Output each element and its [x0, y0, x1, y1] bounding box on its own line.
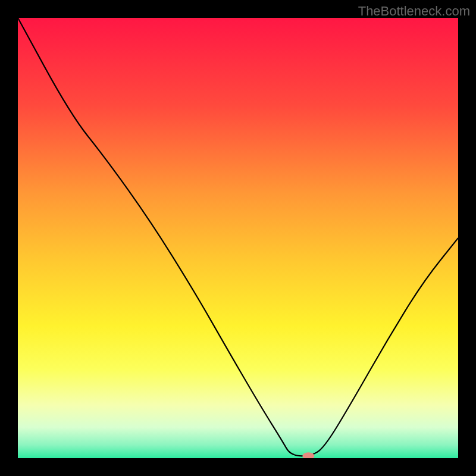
bottleneck-chart	[18, 18, 458, 458]
chart-background	[18, 18, 458, 458]
watermark-text: TheBottleneck.com	[358, 4, 470, 19]
chart-svg	[18, 18, 458, 458]
